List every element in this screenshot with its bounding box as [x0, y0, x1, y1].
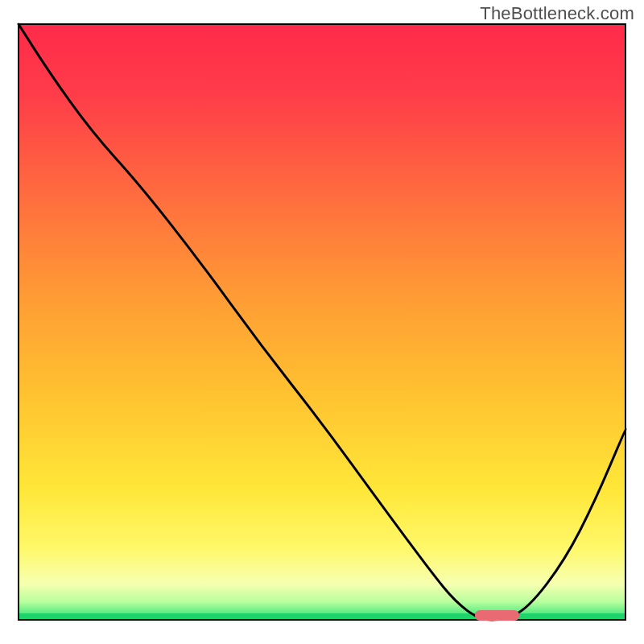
bottleneck-chart	[0, 0, 644, 644]
optimal-range-marker	[475, 610, 519, 621]
chart-container: TheBottleneck.com	[0, 0, 644, 644]
green-baseline-strip	[19, 613, 625, 620]
plot-background	[19, 24, 625, 620]
